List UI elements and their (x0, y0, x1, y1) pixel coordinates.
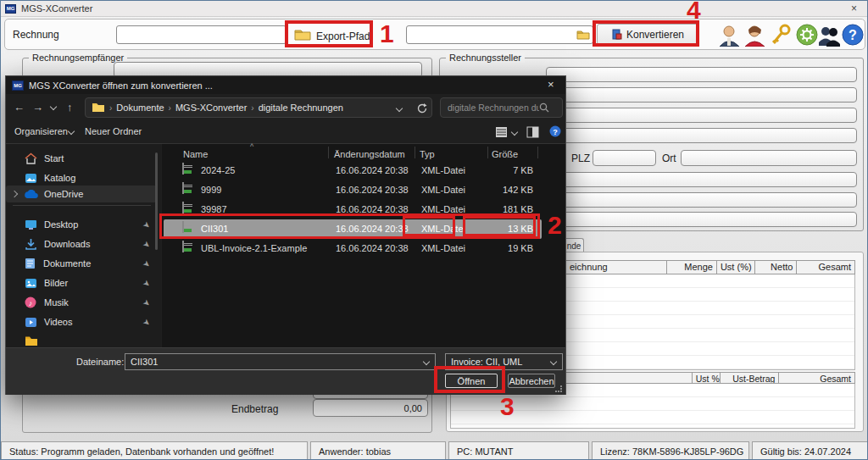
gallery-icon (25, 173, 37, 184)
dialog-title: MGS XConverter öffnen zum konvertieren .… (29, 80, 213, 91)
breadcrumb-item[interactable]: digitale Rechnungen (259, 103, 343, 113)
view-mode-chevron-icon[interactable] (511, 129, 518, 136)
preview-pane-icon[interactable] (526, 126, 539, 138)
annotation-box-2b (463, 216, 536, 236)
home-icon (25, 152, 37, 164)
ort-label: Ort (662, 152, 676, 164)
organize-chevron-icon (68, 128, 75, 135)
statusbar: Status: Programm geladen, Datenbank vorh… (1, 441, 868, 460)
resize-grip-icon[interactable] (555, 385, 563, 393)
tab-items[interactable]: nde (564, 238, 584, 252)
sidebar-item-musik[interactable]: ♪ Musik➤ (6, 294, 157, 311)
breadcrumb[interactable]: › Dokumente › MGS-XConverter › digitale … (85, 97, 432, 118)
annotation-number-4: 4 (687, 0, 701, 21)
help-icon[interactable]: ? (842, 24, 865, 47)
organize-button[interactable]: Organisieren (14, 126, 68, 136)
issuer-group-title: Rechnungssteller (446, 53, 525, 63)
file-row[interactable]: 9999 16.06.2024 20:38 XML-Datei 142 KB (164, 180, 542, 200)
filetype-dropdown-chevron-icon[interactable] (550, 358, 557, 365)
column-header-size[interactable]: Größe (492, 149, 518, 159)
issuer-field[interactable] (546, 67, 857, 82)
desktop-icon (25, 219, 37, 230)
xml-file-icon (182, 182, 184, 194)
file-row[interactable]: UBL-Invoice-2.1-Example 16.06.2024 20:38… (164, 239, 542, 258)
up-icon[interactable]: ↑ (67, 102, 73, 113)
sidebar-item-bilder[interactable]: Bilder➤ (6, 274, 157, 291)
address-dropdown-chevron-icon[interactable] (396, 105, 403, 112)
file-row[interactable]: 2024-25 16.06.2024 20:38 XML-Datei 7 KB (164, 161, 542, 180)
issuer-field[interactable] (546, 87, 857, 103)
column-header-date[interactable]: Änderungsdatum (334, 149, 405, 159)
search-input[interactable]: digitale Rechnungen durchs... (440, 97, 563, 118)
filename-dropdown-chevron-icon[interactable] (423, 358, 430, 365)
annotation-number-2: 2 (548, 214, 562, 236)
sidebar-item-downloads[interactable]: Downloads➤ (6, 236, 157, 252)
back-icon[interactable]: ← (14, 102, 25, 113)
ort-field[interactable] (681, 150, 857, 166)
recipient-group-title: Rechnungsempfänger (29, 53, 127, 63)
close-icon[interactable]: × (851, 3, 857, 14)
svg-text:?: ? (553, 128, 558, 136)
plz-field[interactable] (593, 150, 656, 166)
invoice-path-input[interactable] (116, 25, 287, 44)
xml-file-icon (182, 241, 184, 252)
folder-icon (576, 30, 590, 41)
sidebar-scrollbar[interactable] (155, 152, 158, 250)
dialog-sidebar: Start Katalog OneDrive Desktop➤ Download… (6, 144, 161, 347)
column-header-name[interactable]: Name (183, 149, 208, 159)
users-group-icon[interactable] (818, 24, 841, 47)
annotation-box-3 (434, 366, 505, 393)
sidebar-item-onedrive[interactable]: OneDrive (6, 186, 157, 202)
breadcrumb-item[interactable]: Dokumente (116, 103, 164, 113)
issuer-field[interactable] (546, 108, 857, 123)
column-header-type[interactable]: Typ (420, 149, 435, 159)
cancel-button[interactable]: Abbrechen (508, 374, 555, 388)
female-user-icon[interactable] (743, 24, 766, 47)
search-icon (539, 103, 549, 113)
document-icon (25, 258, 36, 269)
music-icon: ♪ (25, 297, 36, 308)
plz-label: PLZ (571, 152, 590, 164)
close-icon[interactable]: × (548, 78, 554, 91)
new-folder-button[interactable]: Neuer Ordner (85, 126, 142, 136)
pictures-icon (25, 278, 37, 289)
settings-gear-icon[interactable] (796, 24, 819, 47)
expand-chevron-icon[interactable] (11, 191, 18, 197)
sidebar-item-desktop[interactable]: Desktop➤ (6, 216, 157, 233)
app-logo-icon: MG (5, 4, 16, 14)
breadcrumb-item[interactable]: MGS-XConverter (175, 103, 247, 113)
annotation-box-4 (593, 20, 699, 47)
annotation-box-1 (285, 20, 373, 47)
main-toolbar: Rechnung Export-Pfad Konvertieren ? (4, 19, 865, 50)
sidebar-item-start[interactable]: Start (6, 150, 157, 167)
invoice-label: Rechnung (13, 29, 59, 41)
male-user-icon[interactable] (718, 24, 741, 47)
videos-icon (25, 317, 37, 328)
dialog-commandbar: Organisieren Neuer Ordner ? (6, 120, 565, 144)
onedrive-cloud-icon (24, 190, 38, 199)
refresh-icon[interactable] (416, 103, 428, 114)
view-mode-icon[interactable] (495, 126, 508, 138)
filename-input[interactable]: CII301 (125, 353, 436, 370)
issuer-field[interactable] (546, 128, 857, 143)
status-pc: PC: MUTANT (448, 441, 589, 460)
key-icon[interactable] (769, 24, 792, 47)
divider (13, 205, 151, 206)
dialog-titlebar: MG MGS XConverter öffnen zum konvertiere… (6, 76, 565, 94)
xml-file-icon (182, 202, 184, 213)
help-icon[interactable]: ? (549, 125, 561, 137)
sidebar-item-dokumente[interactable]: Dokumente➤ (6, 255, 157, 272)
export-path-input[interactable] (406, 25, 593, 44)
status-license: Lizenz: 78KM-5896-KJ85LP-96DG (592, 441, 749, 460)
folder-icon (25, 335, 38, 346)
status-valid-until: Gültig bis: 24.07.2024 (752, 441, 868, 460)
status-user: Anwender: tobias (310, 441, 446, 460)
dialog-navbar: ← → ↑ › Dokumente › MGS-XConverter › dig… (6, 94, 565, 120)
sidebar-item-katalog[interactable]: Katalog (6, 169, 157, 186)
recent-locations-chevron-icon[interactable] (50, 103, 57, 110)
endbetrag-label: Endbetrag (231, 403, 278, 415)
endbetrag-field[interactable]: 0,00 (313, 399, 428, 417)
file-list: Name ^ Änderungsdatum Typ Größe 2024-25 … (162, 144, 565, 347)
sidebar-item-videos[interactable]: Videos➤ (6, 313, 157, 330)
forward-icon[interactable]: → (32, 102, 43, 113)
